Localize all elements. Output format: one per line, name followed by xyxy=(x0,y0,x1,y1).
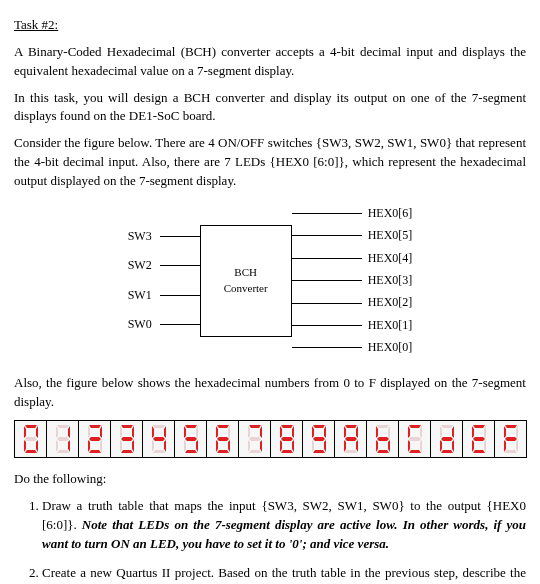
svg-marker-5 xyxy=(36,440,38,452)
seven-seg-0 xyxy=(15,420,47,458)
svg-marker-44 xyxy=(228,426,230,438)
svg-marker-48 xyxy=(217,450,229,453)
svg-marker-83 xyxy=(377,450,389,453)
svg-marker-97 xyxy=(441,450,453,453)
svg-marker-21 xyxy=(121,425,133,428)
svg-marker-91 xyxy=(441,425,453,428)
svg-marker-71 xyxy=(344,426,346,438)
svg-marker-105 xyxy=(505,425,517,428)
svg-marker-31 xyxy=(153,437,165,441)
svg-marker-100 xyxy=(484,426,486,438)
output-hex02: HEX0[2] xyxy=(368,294,413,311)
input-sw1: SW1 xyxy=(128,287,160,304)
seven-seg-E xyxy=(463,420,495,458)
diagram-outputs: HEX0[6] HEX0[5] HEX0[4] HEX0[3] HEX0[2] … xyxy=(292,205,413,357)
svg-marker-109 xyxy=(504,440,506,452)
svg-marker-39 xyxy=(184,440,186,452)
output-hex06: HEX0[6] xyxy=(368,205,413,222)
svg-marker-0 xyxy=(25,425,37,428)
svg-marker-81 xyxy=(376,440,378,452)
svg-marker-84 xyxy=(409,425,421,428)
intro-p3: Consider the figure below. There are 4 O… xyxy=(14,134,526,191)
svg-marker-25 xyxy=(120,440,122,452)
svg-marker-53 xyxy=(248,440,250,452)
svg-marker-23 xyxy=(132,426,134,438)
svg-marker-72 xyxy=(356,426,358,438)
svg-marker-110 xyxy=(516,440,518,452)
svg-marker-32 xyxy=(152,440,154,452)
svg-marker-103 xyxy=(484,440,486,452)
intro-p1: A Binary-Coded Hexadecimal (BCH) convert… xyxy=(14,43,526,81)
task-list: Draw a truth table that maps the input {… xyxy=(14,497,526,584)
svg-marker-63 xyxy=(313,425,325,428)
svg-marker-70 xyxy=(345,425,357,428)
svg-marker-66 xyxy=(313,437,325,441)
svg-marker-16 xyxy=(100,426,102,438)
svg-marker-26 xyxy=(132,440,134,452)
svg-marker-10 xyxy=(57,437,69,441)
svg-marker-95 xyxy=(440,440,442,452)
svg-marker-4 xyxy=(24,440,26,452)
output-hex05: HEX0[5] xyxy=(368,227,413,244)
svg-marker-35 xyxy=(185,425,197,428)
intro-p2: In this task, you will design a BCH conv… xyxy=(14,89,526,127)
svg-marker-11 xyxy=(56,440,58,452)
svg-marker-17 xyxy=(89,437,101,441)
svg-marker-86 xyxy=(420,426,422,438)
svg-marker-75 xyxy=(356,440,358,452)
svg-marker-12 xyxy=(68,440,70,452)
svg-marker-56 xyxy=(281,425,293,428)
svg-marker-90 xyxy=(409,450,421,453)
svg-marker-27 xyxy=(121,450,133,453)
input-sw2: SW2 xyxy=(128,257,160,274)
svg-marker-65 xyxy=(324,426,326,438)
seven-seg-A xyxy=(335,420,367,458)
output-hex04: HEX0[4] xyxy=(368,250,413,267)
svg-marker-8 xyxy=(56,426,58,438)
svg-marker-45 xyxy=(217,437,229,441)
svg-marker-15 xyxy=(88,426,90,438)
svg-marker-24 xyxy=(121,437,133,441)
svg-marker-28 xyxy=(153,425,165,428)
diagram-inputs: SW3 SW2 SW1 SW0 xyxy=(128,228,200,334)
svg-marker-57 xyxy=(280,426,282,438)
svg-marker-106 xyxy=(504,426,506,438)
svg-marker-34 xyxy=(153,450,165,453)
svg-marker-99 xyxy=(472,426,474,438)
input-sw0: SW0 xyxy=(128,316,160,333)
task-item-1: Draw a truth table that maps the input {… xyxy=(42,497,526,554)
svg-marker-94 xyxy=(441,437,453,441)
svg-marker-51 xyxy=(260,426,262,438)
svg-marker-102 xyxy=(472,440,474,452)
svg-marker-54 xyxy=(260,440,262,452)
svg-marker-61 xyxy=(292,440,294,452)
svg-marker-74 xyxy=(344,440,346,452)
svg-marker-89 xyxy=(420,440,422,452)
svg-marker-58 xyxy=(292,426,294,438)
svg-marker-18 xyxy=(88,440,90,452)
svg-marker-55 xyxy=(249,450,261,453)
svg-marker-14 xyxy=(89,425,101,428)
svg-marker-6 xyxy=(25,450,37,453)
task-item-2: Create a new Quartus II project. Based o… xyxy=(42,564,526,584)
svg-marker-76 xyxy=(345,450,357,453)
svg-marker-13 xyxy=(57,450,69,453)
seven-seg-9 xyxy=(303,420,335,458)
svg-marker-30 xyxy=(164,426,166,438)
seven-seg-1 xyxy=(47,420,79,458)
svg-marker-82 xyxy=(388,440,390,452)
output-hex03: HEX0[3] xyxy=(368,272,413,289)
svg-marker-29 xyxy=(152,426,154,438)
svg-marker-78 xyxy=(376,426,378,438)
svg-marker-40 xyxy=(196,440,198,452)
svg-marker-43 xyxy=(216,426,218,438)
svg-marker-111 xyxy=(505,450,517,453)
intro-p4: Also, the figure below shows the hexadec… xyxy=(14,374,526,412)
svg-marker-1 xyxy=(24,426,26,438)
svg-marker-79 xyxy=(388,426,390,438)
svg-marker-87 xyxy=(409,437,421,441)
svg-marker-20 xyxy=(89,450,101,453)
svg-marker-38 xyxy=(185,437,197,441)
svg-marker-93 xyxy=(452,426,454,438)
svg-marker-36 xyxy=(184,426,186,438)
